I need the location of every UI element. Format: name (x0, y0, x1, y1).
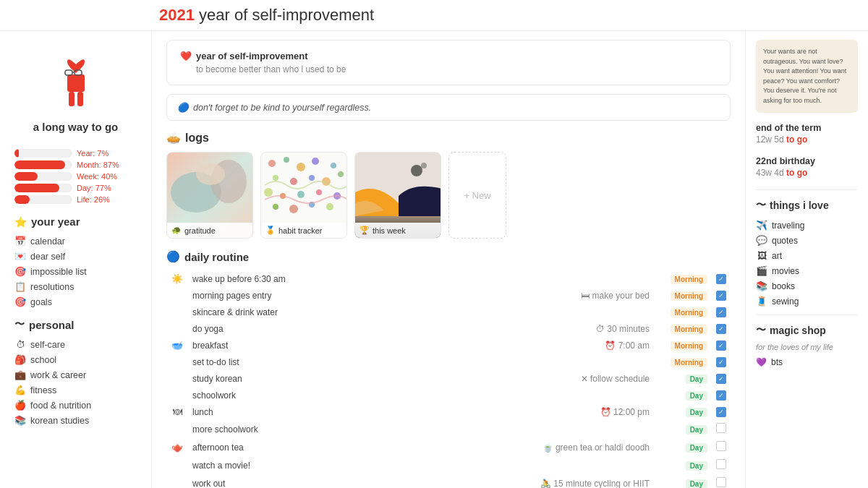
routine-row-period: Morning (654, 320, 712, 337)
wavy-icon-personal: 〜 (14, 318, 25, 331)
goal-icon: ❤️ (180, 51, 192, 61)
reminder-icon: 🔵 (177, 102, 189, 113)
routine-row-detail: ⏰ 12:00 pm (404, 403, 654, 420)
impossible-icon: 🎯 (14, 266, 26, 277)
nav-work-career[interactable]: 💼work & career (14, 367, 137, 382)
bts-icon: 💜 (756, 357, 767, 367)
progress-bar-bg-day (14, 184, 72, 192)
progress-month: Month: 87% (14, 160, 137, 169)
progress-fill-month (14, 160, 65, 169)
food-icon: 🍎 (14, 400, 26, 411)
progress-bar-bg-life (14, 195, 72, 204)
routine-row-icon: ☀️ (166, 270, 188, 287)
routine-row: 🍽 lunch ⏰ 12:00 pm Day ✓ (166, 403, 731, 420)
things-i-love-label: things i love (770, 200, 829, 211)
gratitude-art (167, 153, 252, 216)
routine-row-checkbox[interactable]: ✓ (712, 320, 731, 337)
nav-calendar[interactable]: 📅calendar (14, 234, 137, 249)
progress-bar-bg-week (14, 172, 72, 181)
love-books[interactable]: 📚books (756, 278, 858, 294)
progress-fill-week (14, 172, 38, 181)
art-icon: 🖼 (756, 250, 767, 261)
routine-row-checkbox[interactable]: ✓ (712, 354, 731, 370)
svg-point-29 (411, 165, 422, 176)
routine-row-checkbox[interactable]: ✓ (712, 337, 731, 354)
routine-row-name: study korean (188, 370, 404, 387)
countdown-birthday-title: 22nd birthday (756, 156, 858, 166)
love-sewing[interactable]: 🧵sewing (756, 294, 858, 309)
logs-icon: 🥧 (166, 131, 181, 145)
nav-dear-self[interactable]: 💌dear self (14, 249, 137, 264)
things-i-love-heading: 〜 things i love (756, 199, 858, 212)
routine-row-checkbox[interactable] (712, 456, 731, 474)
routine-icon: 🔵 (166, 250, 180, 263)
main-layout: a long way to go Year: 7% Month: 87% Wee… (0, 31, 868, 488)
routine-row-period: Day (654, 370, 712, 387)
routine-row: 🥣 breakfast ⏰ 7:00 am Morning ✓ (166, 337, 731, 354)
love-movies[interactable]: 🎬movies (756, 263, 858, 278)
routine-title: daily routine (184, 251, 249, 263)
routine-row-name: set to-do list (188, 354, 404, 370)
quote-card: Your wants are not outrageous. You want … (756, 40, 858, 113)
log-card-habit[interactable]: 🏅 habit tracker (260, 152, 347, 239)
routine-row-checkbox[interactable] (712, 438, 731, 456)
routine-row-detail: 🚴 15 minute cycling or HIIT (404, 474, 654, 488)
routine-row-period: Day (654, 387, 712, 403)
routine-row-period: Morning (654, 337, 712, 354)
routine-row-checkbox[interactable]: ✓ (712, 287, 731, 304)
books-icon: 📚 (756, 281, 767, 291)
nav-food-nutrition[interactable]: 🍎food & nutrition (14, 398, 137, 413)
svg-point-15 (290, 178, 297, 185)
nav-self-care[interactable]: ⏱self-care (14, 337, 137, 352)
sewing-icon: 🧵 (756, 296, 767, 307)
svg-point-18 (338, 171, 344, 177)
logs-grid: 🐢 gratitude (166, 152, 731, 239)
magic-shop-label: magic shop (770, 325, 826, 336)
new-log-button[interactable]: + New (448, 152, 506, 239)
routine-row-period: Day (654, 474, 712, 488)
routine-row-checkbox[interactable]: ✓ (712, 403, 731, 420)
letter-icon: 💌 (14, 251, 26, 262)
routine-row-name: afternoon tea (188, 438, 404, 456)
love-quotes[interactable]: 💬quotes (756, 233, 858, 248)
love-art[interactable]: 🖼art (756, 248, 858, 263)
wavy-icon-magic: 〜 (756, 324, 766, 337)
routine-row-detail: ⏰ 7:00 am (404, 337, 654, 354)
routine-row-name: schoolwork (188, 387, 404, 403)
traveling-icon: ✈️ (756, 220, 767, 231)
nav-resolutions[interactable]: 📋resolutions (14, 279, 137, 294)
nav-impossible-list[interactable]: 🎯impossible list (14, 264, 137, 279)
routine-row: skincare & drink water Morning ✓ (166, 304, 731, 320)
magic-bts[interactable]: 💜 bts (756, 356, 858, 369)
log-card-week[interactable]: 🏆 this week (354, 152, 441, 239)
personal-label: personal (29, 319, 75, 331)
progress-label-week: Week: 40% (77, 172, 117, 181)
routine-row-checkbox[interactable]: ✓ (712, 370, 731, 387)
avatar-section: a long way to go (14, 43, 137, 140)
nav-goals[interactable]: 🎯goals (14, 294, 137, 309)
svg-point-10 (284, 157, 289, 163)
routine-row-checkbox[interactable] (712, 420, 731, 438)
magic-shop-heading: 〜 magic shop (756, 324, 858, 337)
gratitude-icon: 🐢 (171, 226, 182, 235)
routine-row: more schoolwork Day (166, 420, 731, 438)
routine-row: do yoga ⏱ 30 minutes Morning ✓ (166, 320, 731, 337)
routine-row-checkbox[interactable]: ✓ (712, 270, 731, 287)
quote-text: Your wants are not outrageous. You want … (763, 48, 846, 104)
logs-section: 🥧 logs 🐢 (166, 131, 731, 239)
log-card-gratitude[interactable]: 🐢 gratitude (166, 152, 253, 239)
routine-row-checkbox[interactable]: ✓ (712, 304, 731, 320)
routine-row-period: Morning (654, 270, 712, 287)
routine-row-checkbox[interactable] (712, 474, 731, 488)
page-header: 2021 year of self-improvement (0, 0, 868, 31)
svg-point-27 (326, 203, 333, 210)
logs-title: logs (185, 132, 209, 145)
love-traveling[interactable]: ✈️traveling (756, 218, 858, 233)
year-text: 2021 (159, 6, 195, 24)
nav-school[interactable]: 🎒school (14, 352, 137, 367)
routine-row-checkbox[interactable]: ✓ (712, 387, 731, 403)
routine-row-period: Day (654, 456, 712, 474)
nav-fitness[interactable]: 💪fitness (14, 382, 137, 398)
nav-korean-studies[interactable]: 📚korean studies (14, 413, 137, 428)
routine-row-name: work out (188, 474, 404, 488)
